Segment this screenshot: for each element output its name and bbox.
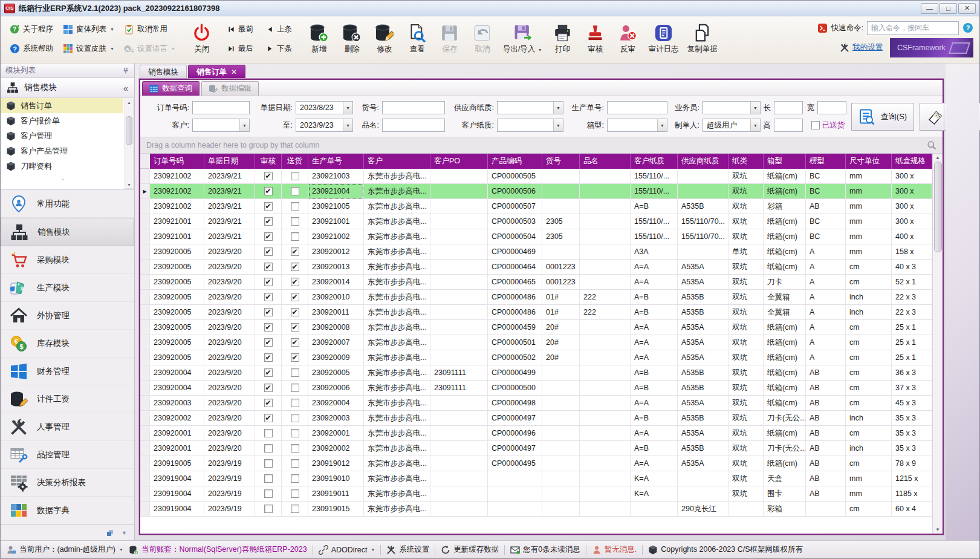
table-cell[interactable]: 60 x 4	[892, 502, 932, 517]
table-cell[interactable]: mm	[846, 214, 892, 229]
table-cell[interactable]: 230919004	[150, 486, 204, 502]
table-cell[interactable]: 2305	[542, 214, 580, 229]
delivery-checkbox-cell[interactable]: ✔	[282, 260, 308, 275]
table-cell[interactable]	[580, 335, 631, 350]
table-cell[interactable]: A535A	[678, 426, 729, 441]
delivery-checkbox-cell[interactable]	[282, 381, 308, 396]
document-tab[interactable]: 销售模块	[140, 65, 187, 79]
close-tab-icon[interactable]: ✕	[231, 68, 237, 76]
table-cell[interactable]: 230920002	[150, 411, 204, 426]
table-cell[interactable]: 纸箱(cm)	[764, 381, 806, 396]
box-type-combo[interactable]: ▼	[607, 119, 667, 132]
close-window-button[interactable]: ✕	[958, 3, 976, 14]
table-cell[interactable]: 纸箱(cm)	[764, 426, 806, 441]
table-cell[interactable]	[430, 184, 488, 199]
toolbar-button-clipboard[interactable]: 取消常用	[120, 20, 180, 39]
table-cell[interactable]: CP00000486	[488, 290, 542, 305]
table-cell[interactable]: cm	[846, 275, 892, 290]
table-cell[interactable]: 155/110/...	[631, 229, 678, 244]
table-cell[interactable]: A	[806, 320, 846, 335]
table-cell[interactable]: inch	[846, 305, 892, 320]
table-row[interactable]: 2309200052023/9/20✔✔230920014东莞市步步高电...C…	[140, 275, 932, 290]
toolbar-button-export[interactable]: 导出/导入 ▼	[499, 22, 547, 56]
table-cell[interactable]	[729, 502, 764, 517]
table-cell[interactable]: BC	[806, 184, 846, 199]
table-cell[interactable]: K=A	[631, 486, 678, 502]
table-cell[interactable]: 东莞市步步高电...	[364, 441, 430, 456]
table-cell[interactable]: cm	[846, 260, 892, 275]
table-cell[interactable]: 纸箱(cm)	[764, 335, 806, 350]
table-cell[interactable]: 25 x 1	[892, 335, 932, 350]
table-cell[interactable]: 2023/9/20	[204, 411, 255, 426]
table-cell[interactable]	[430, 411, 488, 426]
table-row[interactable]: 2309190052023/9/19230919012东莞市步步高电...CP0…	[140, 456, 932, 471]
table-cell[interactable]	[678, 169, 729, 184]
column-header[interactable]: 客户PO	[430, 154, 488, 169]
table-cell[interactable]: A	[806, 350, 846, 365]
column-header[interactable]: 纸类	[729, 154, 764, 169]
table-cell[interactable]: A535A	[678, 260, 729, 275]
sidebar-item[interactable]: 客户管理	[1, 128, 123, 143]
audit-checkbox-cell[interactable]: ✔	[255, 320, 282, 335]
table-cell[interactable]: 东莞市步步高电...	[364, 486, 430, 502]
table-row[interactable]: 2309200022023/9/20✔230920003东莞市步步高电...CP…	[140, 411, 932, 426]
table-cell[interactable]: A535B	[678, 305, 729, 320]
table-cell[interactable]: 双坑	[729, 471, 764, 486]
table-cell[interactable]: 01#	[542, 305, 580, 320]
table-cell[interactable]	[430, 396, 488, 411]
column-header[interactable]: 产品编码	[488, 154, 542, 169]
table-cell[interactable]	[542, 456, 580, 471]
table-cell[interactable]: 2023/9/20	[204, 290, 255, 305]
table-cell[interactable]: BC	[806, 214, 846, 229]
table-row[interactable]: 2309200052023/9/20✔✔230920012东莞市步步高电...C…	[140, 244, 932, 260]
table-cell[interactable]: CP00000498	[488, 396, 542, 411]
table-cell[interactable]: 双坑	[729, 290, 764, 305]
table-cell[interactable]: 2023/9/19	[204, 486, 255, 502]
table-cell[interactable]: CP00000464	[488, 260, 542, 275]
table-row[interactable]: 2309210012023/9/21✔230921002东莞市步步高电...CP…	[140, 229, 932, 244]
toolbar-button-skin[interactable]: 设置皮肤▼	[59, 39, 118, 59]
table-cell[interactable]	[430, 290, 488, 305]
table-row[interactable]: 2309200052023/9/20✔✔230920010东莞市步步高电...C…	[140, 290, 932, 305]
sidebar-item[interactable]: 客户产品管理	[1, 143, 123, 159]
table-cell[interactable]: 刀卡(无公...	[764, 411, 806, 426]
audit-checkbox-cell[interactable]	[255, 486, 282, 502]
date-from-combo[interactable]: 2023/8/23▼	[296, 101, 353, 114]
table-cell[interactable]: 刀卡(无公...	[764, 441, 806, 456]
table-cell[interactable]: 230920002	[308, 441, 364, 456]
table-cell[interactable]: A535B	[678, 411, 729, 426]
table-cell[interactable]: A535B	[678, 199, 729, 214]
scroll-down-icon[interactable]: ▼	[935, 527, 940, 532]
table-row[interactable]: 2309210012023/9/21✔230921001东莞市步步高电...CP…	[140, 214, 932, 229]
delivery-checkbox-cell[interactable]	[282, 426, 308, 441]
table-cell[interactable]: A=A	[631, 320, 678, 335]
scroll-up-icon[interactable]: ▲	[935, 155, 940, 160]
quick-command-input[interactable]	[867, 21, 959, 35]
table-cell[interactable]: A3A	[631, 244, 678, 260]
table-cell[interactable]: 双坑	[729, 396, 764, 411]
table-cell[interactable]: 彩箱	[764, 502, 806, 517]
maximize-button[interactable]: □	[939, 3, 957, 14]
close-form-button[interactable]: 关闭	[186, 22, 218, 56]
toolbar-button-db-add[interactable]: 新增	[303, 22, 336, 56]
prod-no-input[interactable]	[607, 101, 667, 114]
table-cell[interactable]	[430, 229, 488, 244]
table-cell[interactable]	[580, 426, 631, 441]
table-cell[interactable]: 230920005	[150, 335, 204, 350]
table-cell[interactable]: 230920004	[150, 381, 204, 396]
table-cell[interactable]: 230921002	[150, 199, 204, 214]
table-cell[interactable]: 2023/9/20	[204, 426, 255, 441]
table-cell[interactable]: 纸箱(cm)	[764, 214, 806, 229]
table-cell[interactable]: 纸箱(cm)	[764, 229, 806, 244]
table-cell[interactable]: A=A	[631, 350, 678, 365]
audit-checkbox-cell[interactable]: ✔	[255, 184, 282, 199]
table-cell[interactable]: CP00000497	[488, 441, 542, 456]
table-cell[interactable]: CP00000495	[488, 456, 542, 471]
table-cell[interactable]: 0001223	[542, 260, 580, 275]
table-cell[interactable]: CP00000506	[488, 184, 542, 199]
table-cell[interactable]: 230920014	[308, 275, 364, 290]
table-cell[interactable]: cm	[846, 502, 892, 517]
table-cell[interactable]: inch	[846, 411, 892, 426]
table-cell[interactable]: 230921002	[150, 184, 204, 199]
table-cell[interactable]: 纸箱(cm)	[764, 456, 806, 471]
